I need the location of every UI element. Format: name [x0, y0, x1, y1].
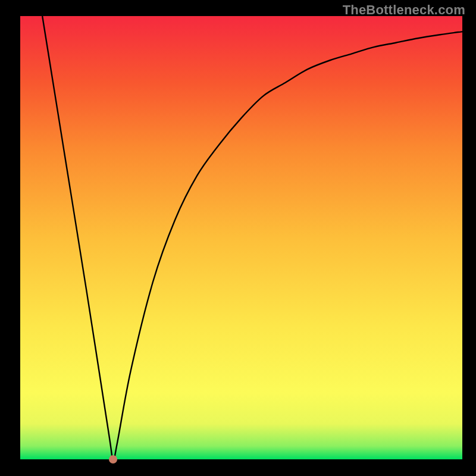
bottleneck-chart — [0, 0, 476, 476]
watermark-text: TheBottleneck.com — [343, 2, 465, 18]
chart-container: TheBottleneck.com — [0, 0, 476, 476]
plot-background — [20, 16, 462, 459]
optimal-point-marker — [109, 455, 117, 464]
